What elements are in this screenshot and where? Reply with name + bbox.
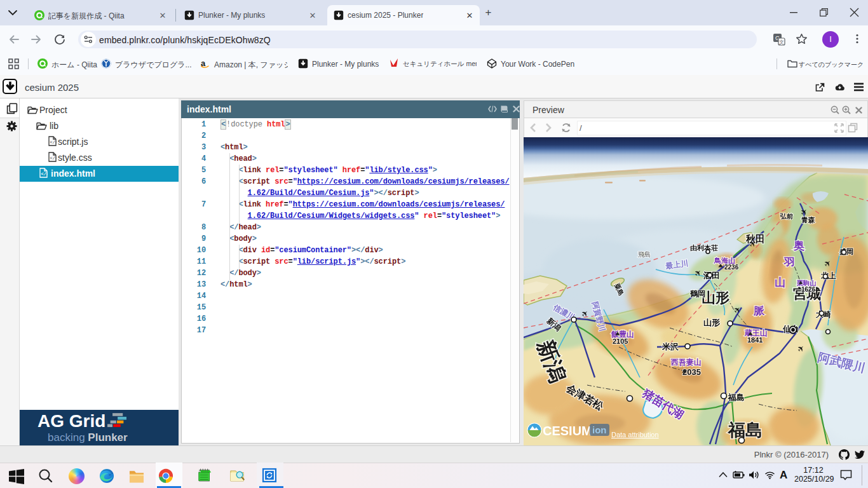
svg-text:山形: 山形 bbox=[703, 318, 721, 327]
svg-text:Data attribution: Data attribution bbox=[611, 431, 659, 438]
svg-text:</>: </> bbox=[50, 140, 57, 145]
svg-text:1841: 1841 bbox=[747, 336, 763, 344]
svg-text:西吾妻山: 西吾妻山 bbox=[670, 358, 702, 367]
svg-text:弘前: 弘前 bbox=[780, 213, 794, 220]
svg-text:CESIUM: CESIUM bbox=[543, 424, 592, 438]
svg-text:福島: 福島 bbox=[727, 421, 763, 440]
svg-text:鶴岡: 鶴岡 bbox=[689, 289, 705, 298]
svg-text:脈: 脈 bbox=[753, 305, 765, 317]
svg-text:米沢: 米沢 bbox=[661, 342, 679, 351]
svg-text:山形: 山形 bbox=[702, 290, 729, 306]
svg-text:2236: 2236 bbox=[724, 264, 739, 271]
svg-text:2105: 2105 bbox=[613, 337, 628, 345]
svg-text:羽: 羽 bbox=[783, 256, 795, 268]
svg-text:1626: 1626 bbox=[801, 286, 816, 293]
svg-text:ion: ion bbox=[592, 424, 607, 435]
svg-text:文: 文 bbox=[779, 39, 784, 45]
svg-text:飛島: 飛島 bbox=[638, 251, 651, 258]
svg-text:山: 山 bbox=[775, 276, 785, 288]
svg-text:奥: 奥 bbox=[793, 240, 805, 252]
svg-text:北上: 北上 bbox=[820, 271, 836, 280]
svg-text:</>: </> bbox=[50, 156, 57, 161]
svg-text:由利本荘: 由利本荘 bbox=[690, 244, 718, 252]
svg-text:福島: 福島 bbox=[728, 393, 745, 402]
svg-text:青森: 青森 bbox=[801, 216, 815, 224]
svg-text:</>: </> bbox=[41, 172, 48, 177]
